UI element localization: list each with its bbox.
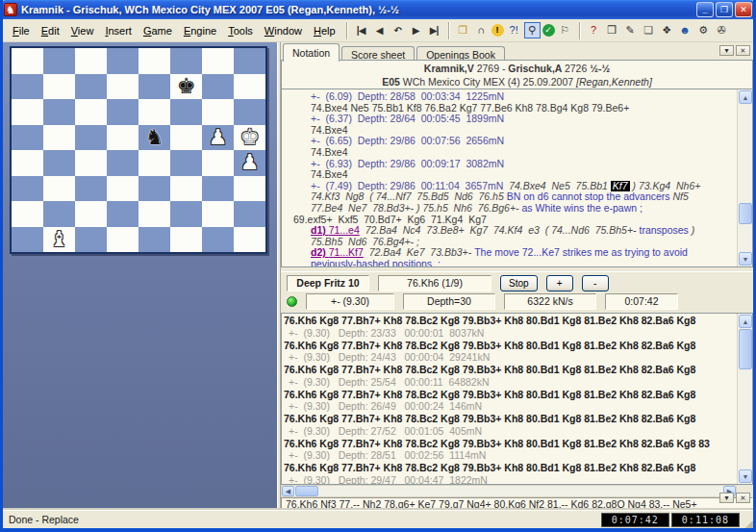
notation-it[interactable]: 74.Bxe4 Ne5 75.Bb1 (509, 181, 611, 191)
scroll-down-icon[interactable]: ▼ (739, 252, 752, 266)
notation-it[interactable]: 77.Be4 Ne7 78.Bd3+- ) 75.h5 Nh6 76.Bg6+- (311, 203, 521, 214)
board-square-g2[interactable] (202, 201, 234, 227)
board-square-g6[interactable] (202, 99, 234, 125)
board-square-a1[interactable] (12, 227, 43, 253)
board-square-d4[interactable] (107, 150, 139, 176)
board-square-d6[interactable] (107, 99, 139, 125)
engine-hscroll-thumb[interactable] (295, 486, 318, 496)
notation-mv[interactable]: 74.Bxe4 Ne5 75.Bb1 Kf8 76.Ba2 Kg7 77.Be6… (311, 103, 629, 114)
menu-game[interactable]: Game (138, 22, 178, 39)
deep-analysis-microscope-icon[interactable]: ⚲ (524, 22, 541, 38)
stop-button[interactable]: Stop (500, 275, 538, 291)
board-square-f2[interactable] (170, 201, 202, 227)
user-icon[interactable]: ☻ (677, 22, 693, 38)
menu-help[interactable]: Help (308, 22, 341, 39)
forward-icon[interactable]: ▶ (408, 22, 424, 38)
board-square-c3[interactable] (75, 176, 107, 202)
board-square-e7[interactable] (139, 74, 170, 100)
notation-it[interactable]: 74.Kf3 Ng8 ( 74...Nf7 75.Bd5 Nd6 76.h5 (311, 191, 507, 202)
board-square-d3[interactable] (107, 176, 139, 202)
board-square-c4[interactable] (75, 150, 107, 176)
notation-it[interactable]: Nf5 (673, 191, 689, 202)
board-square-f5[interactable] (170, 125, 202, 151)
window-panes-icon[interactable]: ❖ (659, 22, 675, 38)
minimize-button[interactable]: _ (696, 2, 714, 17)
notation-it[interactable]: ) 73.Kg4 Nh6+ (630, 181, 701, 191)
board-square-f6[interactable] (170, 99, 202, 125)
board-square-e1[interactable] (139, 227, 170, 253)
board-square-a5[interactable] (12, 125, 43, 151)
fewer-lines-button[interactable]: - (582, 275, 609, 291)
engine-line-pv[interactable]: 76.Kh6 Kg8 77.Bh7+ Kh8 78.Bc2 Kg8 79.Bb3… (284, 462, 736, 474)
board-square-h8[interactable] (234, 48, 265, 74)
board-square-b1[interactable]: ♝ (43, 227, 75, 253)
board-square-f4[interactable] (170, 150, 202, 176)
engine-line-pv[interactable]: 76.Kh6 Kg8 77.Bh7+ Kh8 78.Bc2 Kg8 79.Bb3… (284, 413, 736, 425)
new-game-folder-icon[interactable]: ❐ (455, 22, 471, 38)
menu-edit[interactable]: Edit (36, 22, 65, 39)
board-square-h7[interactable] (234, 74, 265, 100)
notation-mv[interactable]: 74.Bxe4 (311, 169, 348, 180)
notation-pane-close-button[interactable]: ✕ (736, 45, 750, 56)
notation-mv[interactable]: 74.Bxe4 (311, 147, 348, 158)
board-square-a4[interactable] (12, 150, 43, 176)
engine-pane-menu-button[interactable]: ▼ (719, 493, 734, 503)
board-square-h4[interactable]: ♟ (234, 150, 265, 176)
board-square-c8[interactable] (75, 48, 107, 74)
board-square-b5[interactable] (43, 125, 75, 151)
white-bishop[interactable]: ♝ (50, 229, 69, 250)
board-square-g4[interactable] (202, 150, 234, 176)
board-square-f3[interactable] (170, 176, 202, 202)
board-square-c5[interactable] (75, 125, 107, 151)
engine-line-pv[interactable]: 76.Kh6 Kg8 77.Bh7+ Kh8 78.Bc2 Kg8 79.Bb3… (284, 315, 736, 327)
black-knight[interactable]: ♞ (145, 127, 164, 148)
engine-line-pv[interactable]: 76.Kh6 Kg8 77.Bh7+ Kh8 78.Bc2 Kg8 79.Bb3… (284, 340, 736, 352)
board-square-g5[interactable]: ♟ (202, 125, 234, 151)
openings-book-icon[interactable]: ❒ (604, 22, 620, 38)
goto-end-icon[interactable]: ▶| (426, 22, 442, 38)
engine-ok-icon[interactable]: ✓ (542, 24, 555, 37)
board-square-g8[interactable] (202, 48, 234, 74)
notation-dl[interactable]: d1) (311, 225, 329, 236)
engine-scrollbar[interactable]: ▲ ▼ (737, 314, 752, 484)
engine-name[interactable]: Deep Fritz 10 (287, 275, 369, 291)
board-square-g7[interactable] (202, 74, 234, 100)
board-square-e8[interactable] (139, 48, 170, 74)
board-square-e5[interactable]: ♞ (139, 125, 170, 151)
board-square-h2[interactable] (234, 201, 265, 227)
board-square-b4[interactable] (43, 150, 75, 176)
board-square-h3[interactable] (234, 176, 265, 202)
scroll-down-icon[interactable]: ▼ (739, 469, 752, 483)
close-button[interactable]: ✕ (735, 2, 752, 17)
board-square-c7[interactable] (75, 74, 107, 100)
board-square-e2[interactable] (139, 201, 170, 227)
board-square-f8[interactable] (170, 48, 202, 74)
goto-start-icon[interactable]: |◀ (353, 22, 369, 38)
board-square-e4[interactable] (139, 150, 170, 176)
board-square-d7[interactable] (107, 74, 139, 100)
notation-pane-menu-button[interactable]: ▼ (719, 45, 734, 56)
engine-scroll-thumb[interactable] (739, 329, 752, 369)
notation-dl[interactable]: d2) (311, 247, 329, 258)
board-square-d8[interactable] (107, 48, 139, 74)
scroll-left-icon[interactable]: ◀ (282, 486, 294, 496)
board-square-b8[interactable] (43, 48, 75, 74)
engine-line-pv[interactable]: 76.Kh6 Kg8 77.Bh7+ Kh8 78.Bc2 Kg8 79.Bb3… (284, 438, 736, 450)
board-square-a2[interactable] (12, 201, 43, 227)
board-square-c2[interactable] (75, 201, 107, 227)
board-square-f1[interactable] (170, 227, 202, 253)
maximize-button[interactable]: ❐ (716, 2, 733, 17)
menu-window[interactable]: Window (259, 22, 308, 39)
notation-hl[interactable]: Kf7 (611, 181, 630, 191)
board-square-c6[interactable] (75, 99, 107, 125)
resize-grip[interactable]: ◢ (745, 519, 753, 528)
menu-tools[interactable]: Tools (222, 22, 259, 39)
engine-line-pv[interactable]: 76.Kh6 Kg8 77.Bh7+ Kh8 78.Bc2 Kg8 79.Bb3… (284, 364, 736, 376)
board-square-f7[interactable]: ♚ (170, 74, 202, 100)
white-pawn[interactable]: ♟ (209, 127, 228, 148)
board-square-d5[interactable] (107, 125, 139, 151)
board-square-e3[interactable] (139, 176, 170, 202)
tools-icon[interactable]: ⚙ (695, 22, 712, 38)
multimedia-icon[interactable]: ❏ (641, 22, 657, 38)
board-square-e6[interactable] (139, 99, 170, 125)
